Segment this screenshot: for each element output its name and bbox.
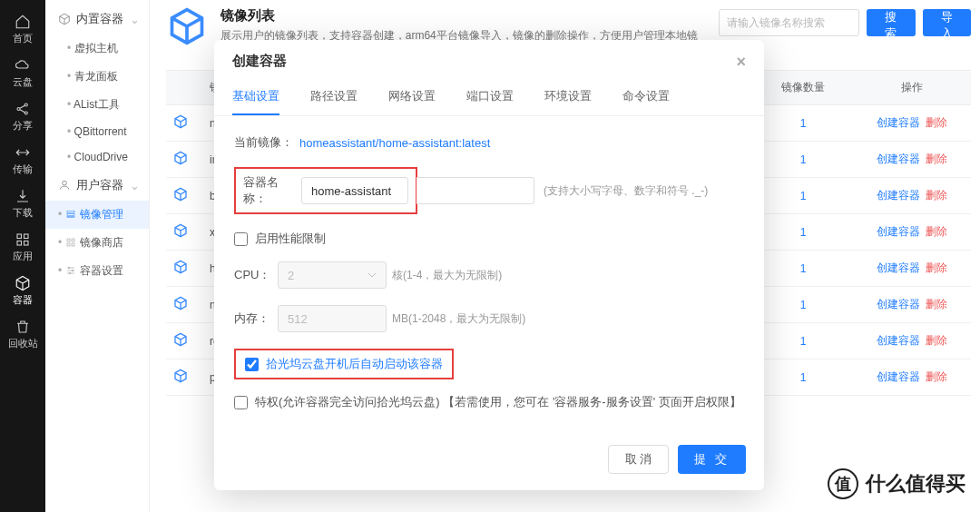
perf-limit-checkbox[interactable] (234, 232, 248, 246)
create-container-modal: 创建容器 × 基础设置路径设置网络设置端口设置环境设置命令设置 当前镜像： ho… (214, 40, 764, 490)
mem-hint: MB(1-2048，最大为无限制) (392, 311, 525, 327)
mem-label: 内存： (234, 310, 278, 327)
tab-1[interactable]: 路径设置 (310, 79, 358, 115)
container-name-extra-input[interactable] (416, 177, 534, 204)
tab-4[interactable]: 环境设置 (544, 79, 592, 115)
cpu-select[interactable]: 2 (278, 261, 387, 289)
tab-5[interactable]: 命令设置 (622, 79, 670, 115)
current-image-label: 当前镜像： (234, 134, 299, 151)
container-name-highlight: 容器名称： (234, 167, 417, 214)
close-icon[interactable]: × (736, 54, 746, 70)
container-name-hint: (支持大小写字母、数字和符号 ._-) (544, 183, 708, 199)
cpu-label: CPU： (234, 267, 278, 283)
watermark-text: 什么值得买 (866, 470, 965, 497)
current-image-value[interactable]: homeassistant/home-assistant:latest (299, 136, 490, 150)
modal-title: 创建容器 (232, 53, 287, 70)
cpu-hint: 核(1-4，最大为无限制) (392, 268, 502, 283)
privileged-checkbox[interactable] (234, 396, 248, 409)
privileged-label: 特权(允许容器完全访问拾光坞云盘) 【若需使用，您可在 '容器服务-服务设置' … (255, 394, 741, 410)
container-name-label: 容器名称： (243, 174, 301, 207)
perf-limit-label: 启用性能限制 (255, 231, 326, 247)
watermark-badge: 值 (828, 468, 858, 499)
chevron-down-icon (368, 271, 377, 280)
autostart-label: 拾光坞云盘开机后自动启动该容器 (266, 356, 443, 372)
watermark: 值 什么值得买 (828, 468, 965, 499)
tab-2[interactable]: 网络设置 (388, 79, 436, 115)
tab-3[interactable]: 端口设置 (466, 79, 514, 115)
tab-0[interactable]: 基础设置 (232, 79, 279, 115)
mem-input[interactable] (278, 305, 387, 332)
submit-button[interactable]: 提 交 (678, 445, 746, 474)
autostart-highlight: 拾光坞云盘开机后自动启动该容器 (234, 349, 454, 379)
container-name-input[interactable] (301, 177, 408, 204)
autostart-checkbox[interactable] (245, 358, 259, 371)
modal-tabs: 基础设置路径设置网络设置端口设置环境设置命令设置 (214, 79, 764, 116)
cancel-button[interactable]: 取 消 (608, 445, 670, 474)
